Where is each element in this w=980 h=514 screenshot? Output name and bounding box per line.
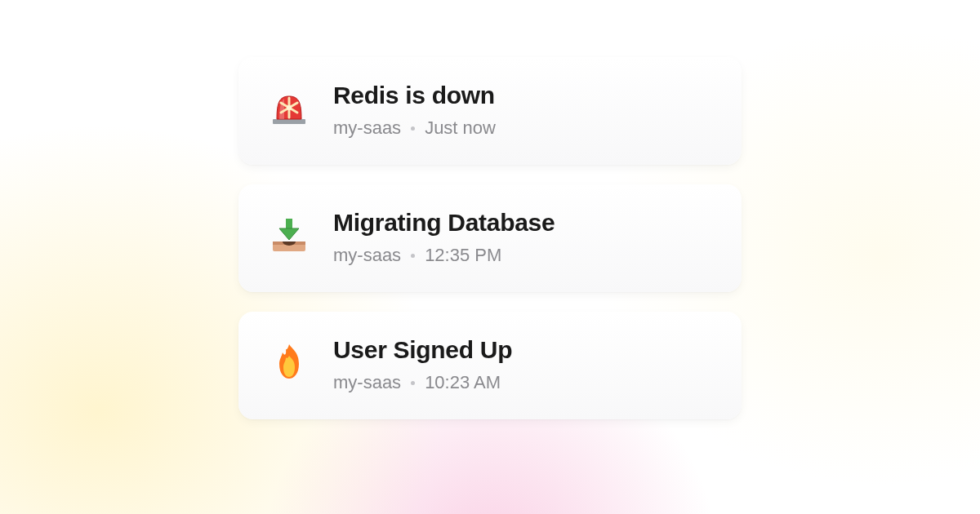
- notification-meta: my-saas 12:35 PM: [333, 245, 555, 266]
- notification-title: Redis is down: [333, 82, 496, 109]
- siren-icon: [268, 86, 310, 129]
- notification-card[interactable]: Migrating Database my-saas 12:35 PM: [238, 184, 742, 292]
- notification-project: my-saas: [333, 245, 401, 266]
- notification-content: Redis is down my-saas Just now: [333, 82, 496, 139]
- meta-separator: [411, 381, 415, 385]
- notification-project: my-saas: [333, 117, 401, 139]
- meta-separator: [411, 126, 415, 131]
- notification-project: my-saas: [333, 372, 401, 393]
- notification-meta: my-saas 10:23 AM: [333, 372, 512, 393]
- notification-list: Redis is down my-saas Just now Migratin: [238, 57, 742, 419]
- notification-content: Migrating Database my-saas 12:35 PM: [333, 209, 555, 266]
- notification-time: 10:23 AM: [425, 372, 501, 393]
- notification-title: User Signed Up: [333, 336, 512, 364]
- notification-card[interactable]: User Signed Up my-saas 10:23 AM: [238, 312, 742, 419]
- notification-title: Migrating Database: [333, 209, 555, 237]
- notification-card[interactable]: Redis is down my-saas Just now: [238, 57, 742, 165]
- notification-time: Just now: [425, 117, 496, 139]
- notification-time: 12:35 PM: [425, 245, 501, 266]
- meta-separator: [411, 254, 415, 258]
- notification-meta: my-saas Just now: [333, 117, 496, 139]
- svg-rect-0: [273, 119, 305, 124]
- download-tray-icon: [268, 214, 310, 256]
- fire-icon: [268, 341, 310, 383]
- svg-point-7: [287, 105, 292, 110]
- notification-content: User Signed Up my-saas 10:23 AM: [333, 336, 512, 393]
